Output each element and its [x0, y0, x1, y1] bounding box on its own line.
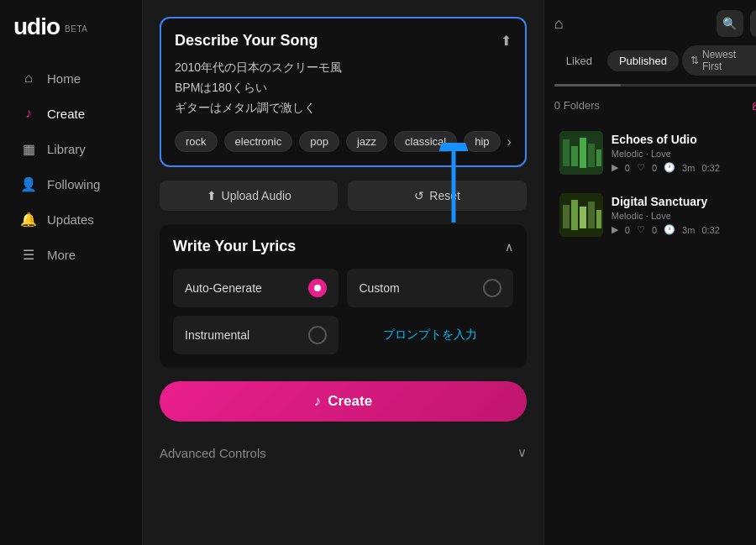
- track-thumbnail-1: [559, 131, 603, 175]
- right-panel: ⌂ 🔍 ✕ Liked Published ⇅ Newest First ∨ 0…: [543, 0, 756, 545]
- sidebar-item-library[interactable]: ▦ Library: [7, 132, 135, 165]
- svg-rect-11: [588, 202, 595, 228]
- person-icon: 👤: [20, 176, 37, 192]
- create-button[interactable]: ♪ Create: [160, 381, 527, 422]
- clock-icon: 🕐: [664, 224, 675, 235]
- genre-tags: rock electronic pop jazz classical hip ›: [175, 131, 512, 152]
- prompt-hint-text: プロンプトを入力: [383, 328, 477, 343]
- track-item[interactable]: Digital Sanctuary Melodic · Love ▶ 0 ♡ 0…: [554, 186, 756, 244]
- track-tags-1: Melodic · Love: [612, 149, 749, 159]
- advanced-controls[interactable]: Advanced Controls ∨: [160, 435, 527, 470]
- search-button[interactable]: 🔍: [717, 10, 743, 37]
- upload-audio-button[interactable]: ⬆ Upload Audio: [160, 181, 338, 211]
- music-note-icon: ♪: [20, 105, 37, 122]
- svg-rect-12: [596, 210, 601, 228]
- progress-bar-fill: [554, 84, 622, 86]
- sort-icon: ⇅: [690, 55, 699, 66]
- lyrics-option-auto-generate[interactable]: Auto-Generate: [173, 269, 339, 307]
- svg-rect-3: [571, 146, 578, 166]
- sidebar-item-label: Updates: [47, 212, 94, 227]
- genre-tag-classical[interactable]: classical: [394, 131, 457, 152]
- search-icon: 🔍: [722, 17, 737, 30]
- sidebar-item-more[interactable]: ☰ More: [7, 238, 135, 271]
- tabs-row: Liked Published ⇅ Newest First ∨: [554, 45, 756, 76]
- sidebar-item-label: Library: [47, 142, 86, 156]
- play-icon: ▶: [612, 162, 618, 173]
- heart-icon: ♡: [637, 224, 645, 235]
- lyrics-option-instrumental[interactable]: Instrumental: [173, 316, 339, 354]
- tab-liked[interactable]: Liked: [554, 50, 604, 71]
- progress-bar: [554, 84, 756, 86]
- genre-tag-hip[interactable]: hip: [464, 131, 500, 152]
- genre-scroll-right-icon[interactable]: ›: [507, 134, 512, 149]
- svg-rect-6: [596, 149, 601, 166]
- menu-icon: ☰: [20, 246, 37, 263]
- track-item[interactable]: Echoes of Udio Melodic · Love ▶ 0 ♡ 0 🕐 …: [554, 124, 756, 181]
- clock-icon: 🕐: [664, 162, 675, 173]
- radio-unchecked-custom: [483, 279, 501, 297]
- track-info-2: Digital Sanctuary Melodic · Love ▶ 0 ♡ 0…: [612, 195, 749, 235]
- lyrics-section: Write Your Lyrics ∧ Auto-Generate Custom…: [160, 224, 527, 368]
- genre-tag-pop[interactable]: pop: [299, 131, 339, 152]
- radio-unchecked-instrumental: [308, 326, 327, 344]
- reset-button[interactable]: ↺ Reset: [348, 181, 526, 211]
- track-info-1: Echoes of Udio Melodic · Love ▶ 0 ♡ 0 🕐 …: [612, 133, 749, 173]
- sidebar-item-label: Home: [47, 71, 81, 86]
- library-icon: ▦: [20, 140, 37, 157]
- right-panel-top: ⌂ 🔍 ✕: [554, 10, 756, 37]
- track-tags-2: Melodic · Love: [612, 211, 749, 221]
- track-name-1: Echoes of Udio: [612, 133, 749, 146]
- lyrics-options: Auto-Generate Custom Instrumental プロンプトを…: [173, 269, 513, 354]
- sidebar-item-label: More: [47, 248, 76, 262]
- genre-tag-rock[interactable]: rock: [175, 131, 218, 152]
- song-description-card: Describe Your Song ⬆ 2010年代の日本のスクリーモ風 BP…: [160, 17, 527, 167]
- logo-area: udio BETA: [0, 13, 142, 60]
- logo-beta: BETA: [65, 24, 87, 34]
- logo-text: udio: [13, 13, 60, 40]
- add-folder-icon[interactable]: 🗁: [752, 98, 756, 113]
- genre-tag-electronic[interactable]: electronic: [224, 131, 293, 152]
- close-button[interactable]: ✕: [750, 10, 756, 37]
- track-meta-1: ▶ 0 ♡ 0 🕐 3m 0:32: [612, 162, 749, 173]
- card-title: Describe Your Song: [175, 32, 318, 50]
- svg-rect-5: [588, 144, 595, 167]
- collapse-icon[interactable]: ∧: [505, 240, 513, 254]
- share-icon[interactable]: ⬆: [501, 33, 512, 49]
- track-name-2: Digital Sanctuary: [612, 195, 749, 208]
- home-panel-icon[interactable]: ⌂: [554, 15, 564, 33]
- chevron-down-icon: ∨: [517, 445, 527, 460]
- track-thumbnail-2: [559, 193, 603, 237]
- track-meta-2: ▶ 0 ♡ 0 🕐 3m 0:32: [612, 224, 749, 235]
- sort-button[interactable]: ⇅ Newest First ∨: [682, 45, 756, 76]
- svg-rect-2: [563, 139, 570, 166]
- sidebar-item-create[interactable]: ♪ Create: [7, 97, 135, 130]
- svg-rect-10: [580, 207, 586, 228]
- heart-icon: ♡: [637, 162, 645, 173]
- folders-icons: 🗁 ∧: [752, 98, 756, 113]
- lyrics-header: Write Your Lyrics ∧: [173, 238, 513, 255]
- sidebar-item-updates[interactable]: 🔔 Updates: [7, 202, 135, 236]
- home-icon: ⌂: [20, 70, 37, 86]
- upload-icon: ⬆: [207, 189, 217, 202]
- folders-count: 0 Folders: [554, 99, 600, 112]
- genre-tag-jazz[interactable]: jazz: [346, 131, 387, 152]
- folders-row: 0 Folders 🗁 ∧: [554, 93, 756, 118]
- bell-icon: 🔔: [20, 211, 37, 228]
- radio-checked-auto-generate: [308, 279, 327, 297]
- svg-rect-8: [563, 205, 570, 228]
- sidebar-item-following[interactable]: 👤 Following: [7, 167, 135, 201]
- sidebar-item-label: Create: [47, 107, 85, 121]
- action-row: ⬆ Upload Audio ↺ Reset: [160, 181, 527, 211]
- main-content: Describe Your Song ⬆ 2010年代の日本のスクリーモ風 BP…: [143, 0, 543, 545]
- card-header: Describe Your Song ⬆: [175, 32, 512, 50]
- right-panel-icons: 🔍 ✕: [717, 10, 756, 37]
- svg-rect-4: [580, 138, 586, 168]
- create-icon: ♪: [314, 393, 322, 410]
- sidebar: udio BETA ⌂ Home ♪ Create ▦ Library 👤 Fo…: [0, 0, 143, 545]
- song-description[interactable]: 2010年代の日本のスクリーモ風 BPMは180くらい ギターはメタル調で激しく: [175, 58, 512, 118]
- sidebar-item-home[interactable]: ⌂ Home: [7, 61, 135, 95]
- reset-icon: ↺: [414, 189, 424, 202]
- tab-published[interactable]: Published: [607, 50, 679, 71]
- prompt-hint-area: プロンプトを入力: [347, 316, 512, 354]
- lyrics-option-custom[interactable]: Custom: [347, 269, 512, 307]
